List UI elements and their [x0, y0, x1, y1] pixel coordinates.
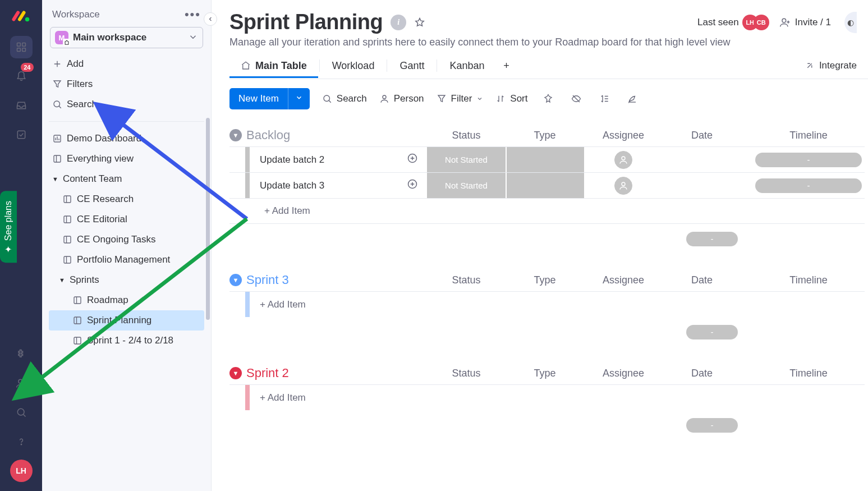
new-item-button[interactable]: New Item [229, 88, 310, 109]
brand-logo-icon[interactable] [10, 6, 33, 28]
add-item-inline[interactable]: + Add Item [260, 392, 306, 403]
column-header-type[interactable]: Type [506, 130, 584, 141]
add-item-inline[interactable]: + Add Item [260, 299, 306, 310]
sidebar-item-portfolio-management[interactable]: Portfolio Management [49, 250, 204, 270]
workspace-selector[interactable]: M Main workspace [50, 27, 203, 48]
toolbar-sort[interactable]: Sort [495, 93, 527, 104]
group-name[interactable]: Sprint 3 [246, 273, 289, 287]
sidebar-folder-content-team[interactable]: ▼ Content Team [49, 169, 204, 189]
column-header-date[interactable]: Date [663, 368, 741, 379]
group-toggle-icon[interactable]: ▼ [229, 129, 242, 141]
hidden-columns-icon[interactable] [568, 91, 584, 107]
group-name[interactable]: Backlog [246, 128, 290, 143]
sidebar-item-everything-view[interactable]: Everything view [49, 149, 204, 169]
column-header-date[interactable]: Date [663, 130, 741, 141]
column-header-timeline[interactable]: Timeline [752, 368, 865, 379]
item-name[interactable]: Update batch 2 [260, 154, 324, 166]
tab-kanban[interactable]: Kanban [438, 60, 495, 77]
activity-drawer-icon[interactable]: ◐ [844, 12, 857, 33]
conversation-icon[interactable] [407, 153, 418, 167]
column-header-status[interactable]: Status [427, 368, 506, 379]
column-header-status[interactable]: Status [427, 274, 506, 286]
board-body[interactable]: ▼ Backlog Status Type Assignee Date Time… [229, 120, 868, 491]
sidebar-item-sprint-1[interactable]: Sprint 1 - 2/4 to 2/18 [49, 331, 204, 351]
sidebar-item-sprint-planning[interactable]: Sprint Planning [49, 310, 204, 331]
sidebar-item-ce-research[interactable]: CE Research [49, 189, 204, 209]
toolbar-filter[interactable]: Filter [437, 93, 484, 104]
rail-search-icon[interactable] [10, 401, 33, 424]
column-header-assignee[interactable]: Assignee [584, 368, 663, 379]
assignee-cell[interactable] [584, 173, 663, 198]
status-cell[interactable]: Not Started [427, 147, 506, 172]
integrate-button[interactable]: Integrate [805, 60, 857, 71]
row-bar [245, 147, 250, 172]
column-header-timeline[interactable]: Timeline [752, 274, 865, 286]
table-row[interactable]: Update batch 2 Not Started - [229, 146, 865, 172]
board-title[interactable]: Sprint Planning [229, 10, 383, 34]
sidebar-scrollbar[interactable] [204, 118, 210, 452]
invite-button[interactable]: Invite / 1 [779, 17, 831, 28]
tab-gantt[interactable]: Gantt [388, 60, 435, 77]
row-bar [245, 385, 250, 410]
sidebar-item-ce-editorial[interactable]: CE Editorial [49, 209, 204, 230]
pin-icon[interactable] [540, 91, 556, 107]
see-plans-button[interactable]: ✦ See plans [0, 191, 17, 263]
tab-main-table[interactable]: Main Table [229, 60, 318, 77]
group-sprint-2: ▼ Sprint 2 Status Type Assignee Date Tim… [229, 362, 865, 433]
add-view-button[interactable]: + [499, 58, 513, 73]
rail-invite-icon[interactable] [10, 372, 33, 394]
column-header-timeline[interactable]: Timeline [752, 130, 865, 141]
filter-icon [52, 79, 67, 89]
rail-workspace-icon[interactable] [10, 36, 33, 58]
timeline-cell[interactable]: - [752, 147, 865, 172]
sidebar-folder-sprints[interactable]: ▼ Sprints [49, 270, 204, 290]
svg-point-25 [622, 182, 625, 186]
type-cell[interactable] [506, 173, 584, 198]
column-header-assignee[interactable]: Assignee [584, 130, 663, 141]
toolbar-person[interactable]: Person [379, 93, 424, 104]
triangle-down-icon: ▼ [52, 176, 58, 182]
assignee-cell[interactable] [584, 147, 663, 172]
sidebar-menu-icon[interactable]: ••• [185, 12, 201, 17]
rail-mywork-icon[interactable] [10, 123, 33, 146]
conversation-icon[interactable] [407, 178, 418, 192]
date-cell[interactable] [663, 173, 741, 198]
group-name[interactable]: Sprint 2 [246, 366, 289, 380]
date-cell[interactable] [663, 147, 741, 172]
group-toggle-icon[interactable]: ▼ [229, 367, 242, 379]
column-header-assignee[interactable]: Assignee [584, 274, 663, 286]
column-header-date[interactable]: Date [663, 274, 741, 286]
sidebar-add[interactable]: Add [49, 54, 204, 74]
timeline-cell[interactable]: - [752, 173, 865, 198]
sidebar-search[interactable]: Search [49, 94, 204, 114]
sidebar-item-roadmap[interactable]: Roadmap [49, 290, 204, 310]
item-name[interactable]: Update batch 3 [260, 180, 324, 191]
column-header-status[interactable]: Status [427, 130, 506, 141]
rail-notifications-icon[interactable]: 24 [10, 65, 33, 88]
column-header-type[interactable]: Type [506, 274, 584, 286]
rail-apps-icon[interactable] [10, 343, 33, 365]
chevron-down-icon[interactable] [288, 88, 310, 109]
rail-inbox-icon[interactable] [10, 94, 33, 117]
sidebar-item-ce-ongoing-tasks[interactable]: CE Ongoing Tasks [49, 230, 204, 250]
board-icon [72, 315, 87, 325]
rail-help-icon[interactable] [10, 430, 33, 453]
workspace-sidebar: Workspace ••• M Main workspace Add Filte… [42, 0, 212, 491]
user-avatar[interactable]: LH [10, 460, 33, 482]
search-icon [52, 99, 67, 109]
sidebar-filters[interactable]: Filters [49, 74, 204, 94]
info-icon[interactable]: i [391, 15, 406, 30]
group-toggle-icon[interactable]: ▼ [229, 274, 242, 286]
column-header-type[interactable]: Type [506, 368, 584, 379]
status-cell[interactable]: Not Started [427, 173, 506, 198]
table-row[interactable]: Update batch 3 Not Started - [229, 172, 865, 198]
tab-workload[interactable]: Workload [321, 60, 386, 77]
color-icon[interactable] [624, 91, 640, 107]
last-seen[interactable]: Last seen LH CB [697, 15, 769, 30]
add-item-row[interactable]: + Add Item [229, 198, 865, 224]
sidebar-item-demo-dashboard[interactable]: Demo Dashboard [49, 129, 204, 149]
height-icon[interactable] [596, 91, 612, 107]
favorite-star-icon[interactable] [412, 15, 428, 30]
type-cell[interactable] [506, 147, 584, 172]
toolbar-search[interactable]: Search [322, 93, 367, 104]
